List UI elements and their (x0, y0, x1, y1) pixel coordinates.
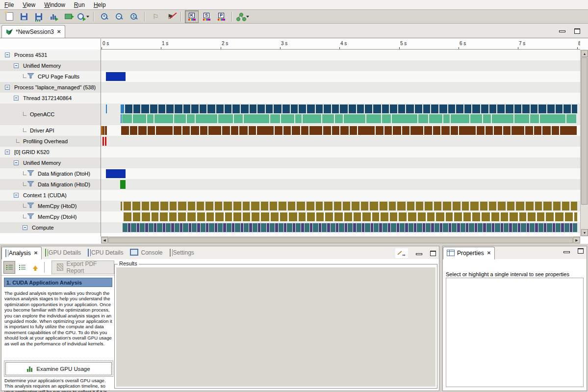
timeline-interval[interactable] (279, 223, 283, 232)
timeline-interval[interactable] (133, 212, 140, 221)
timeline-interval[interactable] (345, 223, 347, 232)
close-icon[interactable]: ✕ (487, 251, 491, 256)
vertical-scrollbar[interactable]: ▲ ▼ (580, 50, 588, 236)
timeline-interval[interactable] (415, 105, 422, 113)
timeline-interval[interactable] (120, 180, 126, 189)
timeline-interval[interactable] (425, 202, 433, 210)
timeline-interval[interactable] (138, 126, 147, 135)
timeline-interval[interactable] (383, 223, 387, 232)
timeline-interval[interactable] (390, 212, 397, 221)
run-analysis-button[interactable] (61, 10, 75, 23)
timeline-interval[interactable] (398, 105, 405, 113)
timeline-row-track[interactable] (101, 222, 580, 233)
timeline-interval[interactable] (206, 223, 208, 232)
timeline-interval[interactable] (336, 223, 338, 232)
timeline-interval[interactable] (553, 202, 561, 210)
timeline-interval[interactable] (362, 212, 371, 221)
timeline-interval[interactable] (261, 202, 268, 210)
timeline-interval[interactable] (232, 223, 234, 232)
timeline-interval[interactable] (392, 114, 417, 123)
timeline-interval[interactable] (299, 105, 306, 113)
timeline-interval[interactable] (497, 105, 505, 113)
timeline-interval[interactable] (106, 72, 126, 81)
timeline-interval[interactable] (407, 202, 414, 210)
timeline-interval[interactable] (215, 223, 217, 232)
timeline-interval[interactable] (287, 223, 292, 232)
collapse-minus-icon[interactable] (5, 85, 10, 90)
timeline-row-track[interactable] (101, 104, 580, 125)
timeline-interval[interactable] (405, 223, 408, 232)
timeline-interval[interactable] (472, 212, 480, 221)
minimize-icon[interactable] (416, 253, 422, 255)
timeline-interval[interactable] (525, 126, 533, 135)
timeline-row-track[interactable] (101, 201, 580, 211)
timeline-interval[interactable] (152, 212, 158, 221)
timeline-interval[interactable] (225, 212, 232, 221)
timeline-interval[interactable] (154, 114, 173, 123)
timeline-interval[interactable] (481, 105, 488, 113)
collapse-minus-icon[interactable] (23, 225, 27, 230)
timeline-interval[interactable] (105, 137, 106, 146)
timeline-interval[interactable] (133, 114, 146, 123)
timeline-interval[interactable] (174, 126, 181, 135)
timeline-interval[interactable] (534, 126, 541, 135)
timeline-row-track[interactable] (101, 60, 580, 71)
timeline-interval[interactable] (201, 223, 205, 232)
zoom-in-button[interactable]: + (98, 10, 111, 23)
timeline-interval[interactable] (441, 126, 450, 135)
timeline-interval[interactable] (553, 223, 555, 232)
zoom-fit-button[interactable]: ± (127, 10, 141, 23)
timeline-interval[interactable] (252, 212, 259, 221)
timeline-interval[interactable] (225, 105, 231, 113)
timeline-interval[interactable] (297, 202, 305, 210)
timeline-interval[interactable] (388, 223, 390, 232)
guided-analysis-button[interactable] (3, 261, 15, 274)
timeline-interval[interactable] (124, 212, 131, 221)
timeline-interval[interactable] (132, 202, 140, 210)
dropdown-caret-icon[interactable] (86, 16, 89, 18)
timeline-interval[interactable] (381, 212, 388, 221)
timeline-row-track[interactable] (101, 82, 580, 93)
timeline-interval[interactable] (434, 202, 441, 210)
timeline-interval[interactable] (288, 202, 295, 210)
timeline-interval[interactable] (389, 202, 396, 210)
timeline-interval[interactable] (197, 202, 204, 210)
timeline-interval[interactable] (142, 212, 150, 221)
timeline-interval[interactable] (352, 202, 359, 210)
timeline-interval[interactable] (361, 202, 368, 210)
timeline-interval[interactable] (440, 223, 442, 232)
timeline-interval[interactable] (243, 212, 250, 221)
timeline-interval[interactable] (365, 223, 370, 232)
timeline-interval[interactable] (344, 114, 365, 123)
timeline-interval[interactable] (334, 212, 343, 221)
timeline-interval[interactable] (156, 126, 173, 135)
timeline-tree-row[interactable]: Data Migration (DtoH) (0, 168, 101, 179)
timeline-interval[interactable] (267, 223, 269, 232)
timeline-interval[interactable] (121, 126, 129, 135)
timeline-interval[interactable] (218, 114, 233, 123)
timeline-interval[interactable] (456, 105, 463, 113)
timeline-interval[interactable] (319, 223, 321, 232)
timeline-interval[interactable] (187, 212, 196, 221)
timeline-interval[interactable] (460, 223, 465, 232)
timeline-interval[interactable] (537, 212, 544, 221)
timeline-interval[interactable] (416, 202, 423, 210)
timeline-interval[interactable] (402, 126, 409, 135)
menu-help[interactable]: Help (89, 1, 110, 9)
timeline-interval[interactable] (200, 126, 207, 135)
timeline-interval[interactable] (150, 105, 157, 113)
collapse-minus-icon[interactable] (5, 150, 10, 155)
timeline-interval[interactable] (261, 212, 269, 221)
timeline-interval[interactable] (470, 114, 482, 123)
timeline-interval[interactable] (232, 105, 240, 113)
timeline-interval[interactable] (400, 223, 405, 232)
timeline-interval[interactable] (325, 212, 333, 221)
timeline-interval[interactable] (574, 212, 577, 221)
timeline-interval[interactable] (275, 126, 282, 135)
timeline-interval[interactable] (215, 202, 222, 210)
timeline-interval[interactable] (197, 223, 200, 232)
timeline-interval[interactable] (542, 126, 551, 135)
timeline-interval[interactable] (224, 202, 232, 210)
timeline-interval[interactable] (178, 212, 186, 221)
timeline-interval[interactable] (521, 223, 526, 232)
